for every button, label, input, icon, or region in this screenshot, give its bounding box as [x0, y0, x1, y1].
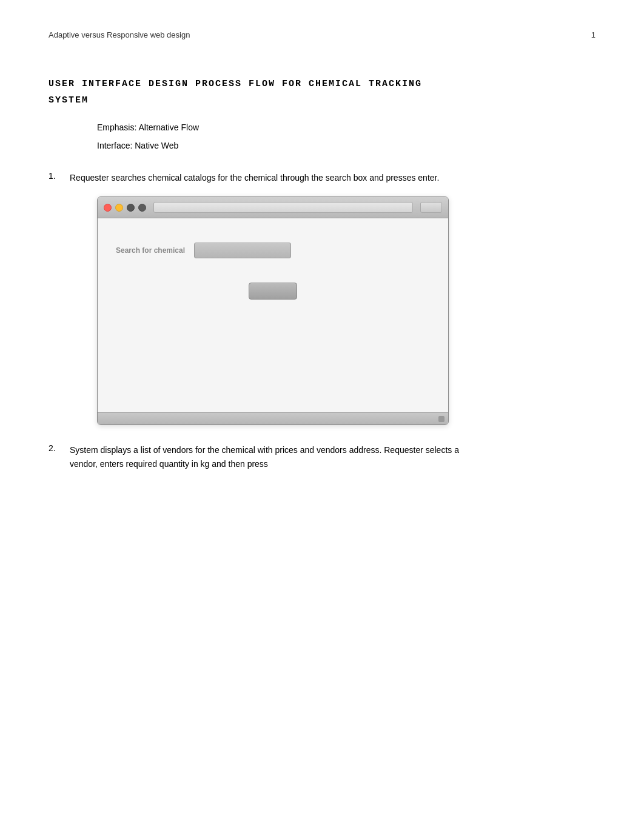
browser-address-bar[interactable]	[153, 202, 413, 213]
item-1-number: 1.	[49, 171, 70, 181]
browser-fullscreen-btn[interactable]	[127, 204, 135, 212]
search-row: Search for chemical	[116, 243, 430, 258]
browser-minimize-btn[interactable]	[115, 204, 123, 212]
browser-footer	[98, 412, 448, 424]
item-1-text: Requester searches chemical catalogs for…	[70, 171, 439, 184]
main-title: USER INTERFACE DESIGN PROCESS FLOW FOR C…	[49, 76, 595, 109]
item-2-text: System displays a list of vendors for th…	[70, 443, 470, 471]
header-title: Adaptive versus Responsive web design	[49, 30, 190, 39]
subtitle-block: Emphasis: Alternative Flow Interface: Na…	[97, 121, 595, 153]
header-page-number: 1	[591, 30, 595, 39]
page: Adaptive versus Responsive web design 1 …	[0, 0, 644, 835]
interface-label: Interface: Native Web	[97, 139, 595, 152]
browser-resize-handle[interactable]	[438, 416, 444, 422]
browser-close-btn[interactable]	[104, 204, 112, 212]
list-item-1: 1. Requester searches chemical catalogs …	[49, 171, 595, 184]
list-item-2: 2. System displays a list of vendors for…	[49, 443, 595, 471]
browser-go-button[interactable]	[420, 202, 442, 213]
search-label: Search for chemical	[116, 246, 185, 255]
browser-extra-btn[interactable]	[138, 204, 146, 212]
browser-toolbar	[98, 197, 448, 218]
item-2-number: 2.	[49, 443, 70, 453]
main-title-line2: SYSTEM	[49, 92, 595, 109]
page-header: Adaptive versus Responsive web design 1	[49, 30, 595, 39]
main-title-line1: USER INTERFACE DESIGN PROCESS FLOW FOR C…	[49, 76, 595, 92]
search-input[interactable]	[194, 243, 291, 258]
browser-mockup: Search for chemical	[97, 196, 449, 425]
emphasis-label: Emphasis: Alternative Flow	[97, 121, 595, 134]
search-result-button[interactable]	[249, 283, 297, 300]
search-result-area	[116, 283, 430, 300]
browser-content: Search for chemical	[98, 218, 448, 412]
